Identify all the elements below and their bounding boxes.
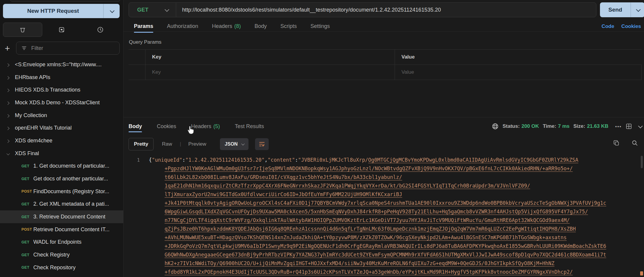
collections-button[interactable]	[3, 23, 42, 37]
tree-folder[interactable]: openEHR Vitals Tutorial	[0, 122, 123, 134]
capture-button[interactable]	[42, 23, 81, 37]
chevron-down-icon[interactable]	[7, 150, 14, 157]
response-tab-cookies[interactable]: Cookies	[157, 123, 176, 130]
size-value: 21.63 KB	[587, 123, 608, 129]
response-tabs: Body Cookies Headers(5) Test Results	[129, 121, 264, 132]
search-icon	[632, 140, 638, 146]
sidebar: New HTTP Request + Filter <S:Envelope xm…	[0, 0, 124, 277]
value-header: Value	[395, 50, 642, 64]
response-body-json[interactable]: {"uniqueId":"1.2.42.20251124161535.20","…	[149, 156, 640, 277]
chevron-right-icon[interactable]	[7, 100, 14, 106]
tab-authorization[interactable]: Authorization	[167, 23, 198, 29]
url-input[interactable]: http://localhost:8080/xdstools6/rest/sim…	[176, 7, 441, 13]
divider: |	[180, 141, 181, 147]
response-tab-body[interactable]: Body	[129, 123, 142, 130]
mouse-cursor-hand	[187, 125, 195, 134]
time-value: 7 ms	[558, 123, 570, 129]
tree-request[interactable]: GETWADL for Endpoints	[0, 236, 123, 249]
url-field[interactable]: GET http://localhost:8080/xdstools6/rest…	[129, 2, 596, 17]
checkbox-column	[129, 50, 145, 64]
tree-request[interactable]: GETGet docs of another particular...	[0, 172, 123, 185]
tab-body[interactable]: Body	[254, 23, 267, 29]
tree-folder[interactable]: Mock XDS.b Demo - XDSStarClient	[0, 96, 123, 109]
tree-request[interactable]: POSTFindDocuments (Registry Stor...	[0, 185, 123, 198]
table-row: Key Value	[129, 65, 642, 80]
pretty-button[interactable]: Pretty	[129, 138, 154, 150]
tree-folder-xds-final[interactable]: XDS Final	[0, 147, 123, 160]
preview-button[interactable]: Preview	[188, 141, 206, 147]
response-tab-test-results[interactable]: Test Results	[235, 123, 264, 130]
json-line: +fdbd8YR1kL2xPOEpnokH4E3UdIjTcUUSL3QDvRu…	[149, 268, 640, 276]
scrollbar-thumb[interactable]	[641, 156, 643, 168]
value-input[interactable]: Value	[395, 65, 641, 80]
row-checkbox-cell[interactable]	[129, 65, 145, 80]
wrap-lines-button[interactable]	[255, 138, 269, 150]
send-button[interactable]: Send	[600, 2, 644, 17]
add-icon[interactable]: +	[5, 43, 10, 54]
history-button[interactable]	[81, 23, 120, 37]
method-badge: GET	[21, 215, 33, 219]
method-badge: GET	[21, 202, 33, 206]
chevron-right-icon[interactable]	[7, 74, 14, 81]
json-line: qZjPsJBze0hT6hpxkzddmK8YQDEJAbQsj6IG6q8Q…	[149, 225, 640, 233]
cookies-link[interactable]: Cookies	[621, 23, 641, 29]
chevron-down-icon	[110, 8, 115, 13]
raw-button[interactable]: Raw	[162, 141, 172, 147]
method-badge: POST	[21, 227, 33, 232]
json-line: +JDRkGqPoVzQ7m7qtVLpkwjU9MV6aIbIP1SwnyMz…	[149, 242, 640, 251]
table-header-row: Key Value	[129, 50, 642, 65]
method-badge: GET	[21, 177, 33, 181]
request-links: Code Cookies	[601, 23, 641, 29]
tab-params[interactable]: Params	[134, 23, 153, 29]
method-badge: GET	[21, 240, 33, 244]
tree-request[interactable]: GET2. Get XML metadata of a pati...	[0, 198, 123, 211]
globe-icon[interactable]	[492, 123, 499, 130]
tree-folder[interactable]: XDS dem4chee	[0, 134, 123, 147]
tree-folder[interactable]: EHRbase APIs	[0, 71, 123, 84]
size-label: Size:	[573, 123, 585, 129]
key-input[interactable]: Key	[145, 65, 395, 80]
tree-request[interactable]: POSTRetrieve Document Content IT...	[0, 223, 123, 236]
tree-request[interactable]: GET1. Get documents of particular...	[0, 160, 123, 173]
json-line: +Jk41P0tMtqqlk0vtyAgigORQwUoLgroOCXl4sC4…	[149, 199, 640, 207]
chevron-right-icon[interactable]	[7, 138, 14, 144]
query-params-title: Query Params	[129, 39, 162, 45]
tab-headers[interactable]: Headers(8)	[212, 23, 241, 29]
history-clock-icon	[97, 26, 104, 33]
filter-input[interactable]: Filter	[16, 42, 120, 55]
more-options-icon[interactable]: •••	[615, 124, 622, 129]
tab-scripts[interactable]: Scripts	[280, 23, 297, 29]
json-line: n77NCgCjDYLTF4igqXstC9rWVFzg/OxkqlinkTAu…	[149, 216, 640, 225]
tab-settings[interactable]: Settings	[310, 23, 330, 29]
response-view-toolbar: Pretty Raw | Preview JSON	[129, 137, 269, 151]
sidebar-icon-toolbar	[3, 23, 120, 37]
code-link[interactable]: Code	[601, 23, 614, 29]
tree-folder[interactable]: HIEOS XDS.b Transactions	[0, 84, 123, 96]
json-line: G6QWhNwDXgAnegaaeGCege673dnBj9yPrhRTbzVI…	[149, 251, 640, 259]
tree-request[interactable]: GETCheck Registry	[0, 248, 123, 261]
chevron-right-icon[interactable]	[7, 62, 14, 68]
tree-request[interactable]: GETCheck Repository	[0, 261, 123, 274]
collapse-response-chevron[interactable]	[638, 125, 642, 128]
chevron-right-icon[interactable]	[7, 87, 14, 93]
search-button[interactable]	[632, 140, 638, 146]
response-tab-headers[interactable]: Headers(5)	[191, 123, 220, 130]
method-value: GET	[137, 7, 149, 13]
json-line: t66lLbk2L82xbO08ILumv8JAxFu/GRDseuI0I/cV…	[149, 173, 640, 182]
chevron-down-icon	[636, 7, 641, 12]
send-dropdown[interactable]	[631, 2, 644, 17]
headers-count: (8)	[234, 23, 241, 29]
expand-pane-icon[interactable]	[626, 123, 632, 130]
method-select[interactable]: GET	[129, 7, 176, 13]
new-http-request-button[interactable]: New HTTP Request	[3, 4, 120, 18]
chevron-right-icon[interactable]	[7, 125, 14, 131]
new-request-dropdown[interactable]	[103, 4, 120, 18]
copy-button[interactable]	[613, 140, 620, 146]
chevron-right-icon[interactable]	[7, 112, 14, 119]
format-select[interactable]: JSON	[220, 138, 248, 150]
tree-request-selected[interactable]: GET3. Retrieve Document Content	[0, 210, 123, 223]
tree-folder[interactable]: My Collection	[0, 109, 123, 122]
response-body-actions	[613, 140, 638, 146]
json-line: +PgpzdHJlYW0KeAGlWMuOm0gU3fsr7rIjeSq8MVl…	[149, 164, 640, 173]
tree-folder[interactable]: <S:Envelope xmlns:S="http://www....	[0, 58, 123, 71]
